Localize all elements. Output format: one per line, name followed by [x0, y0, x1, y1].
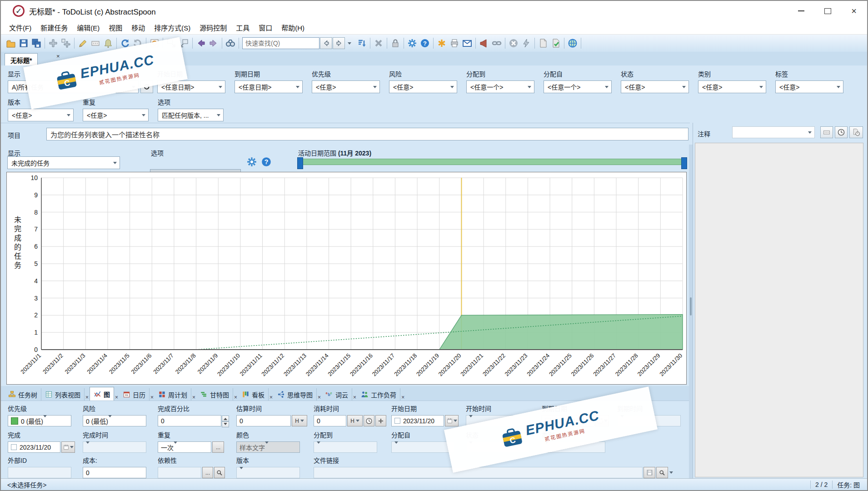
- filter-combo-10[interactable]: <任意>: [775, 80, 843, 93]
- chart-help-button[interactable]: ?: [261, 156, 272, 169]
- 分配自-combo[interactable]: [391, 441, 455, 453]
- filter-combo-7[interactable]: <任意一个>: [544, 80, 612, 93]
- view-tab-8[interactable]: 思维导图: [274, 388, 317, 401]
- 成本:-field[interactable]: 0: [83, 467, 146, 478]
- view-tab-6[interactable]: 甘特图: [196, 388, 233, 401]
- rename-task-icon[interactable]: [90, 37, 101, 49]
- comments-insert-date-button[interactable]: [849, 126, 863, 138]
- filter-row2-combo-3[interactable]: 匹配任何版本, ...: [158, 109, 224, 121]
- comments-text-area[interactable]: [695, 143, 863, 477]
- time-unit-button[interactable]: H: [347, 415, 363, 426]
- 分配到-combo[interactable]: [314, 441, 377, 453]
- view-tab-5[interactable]: 周计划: [155, 388, 191, 401]
- menu-item-1[interactable]: 文件(F): [5, 21, 36, 34]
- menu-item-9[interactable]: 窗口: [254, 21, 277, 34]
- comments-format-combo[interactable]: [732, 126, 815, 138]
- view-tab-close-icon[interactable]: ×: [269, 394, 273, 401]
- priority-combo[interactable]: 0 (最低): [8, 415, 71, 426]
- view-tab-close-icon[interactable]: ×: [150, 394, 154, 401]
- spinner-buttons[interactable]: [222, 416, 229, 427]
- weblink-icon[interactable]: [567, 37, 579, 49]
- 外部ID-field[interactable]: [8, 467, 71, 478]
- maximize-button[interactable]: [814, 1, 841, 21]
- dependency-edit-button[interactable]: ...: [202, 467, 213, 478]
- comments-plaintext-button[interactable]: [820, 126, 833, 138]
- find-prev-button[interactable]: [320, 37, 332, 49]
- cleanup-icon[interactable]: [508, 37, 519, 49]
- dependency-find-button[interactable]: [214, 467, 225, 478]
- menu-item-8[interactable]: 工具: [231, 21, 254, 34]
- quick-find-dropdown[interactable]: [345, 37, 354, 49]
- filter-row2-combo-2[interactable]: <任意>: [83, 109, 149, 121]
- menu-item-3[interactable]: 编辑(E): [72, 21, 104, 34]
- menu-item-5[interactable]: 移动: [127, 21, 150, 34]
- calendar-dropdown-button[interactable]: [61, 441, 75, 453]
- view-tab-close-icon[interactable]: ×: [234, 394, 237, 401]
- lock-icon[interactable]: [389, 37, 401, 49]
- view-tab-close-icon[interactable]: ×: [401, 394, 404, 401]
- dependency-field[interactable]: [158, 467, 201, 478]
- delete-task-icon[interactable]: [373, 37, 384, 49]
- percent-done-field[interactable]: 0: [158, 415, 221, 426]
- filter-combo-5[interactable]: <任意>: [389, 80, 457, 93]
- view-tab-close-icon[interactable]: ×: [318, 394, 321, 401]
- find-next-button[interactable]: [333, 37, 345, 49]
- sort-icon[interactable]: [356, 37, 368, 49]
- view-tab-10[interactable]: 工作负荷: [357, 388, 400, 401]
- time-unit-button[interactable]: H: [292, 415, 307, 426]
- time-spent-field[interactable]: 0: [314, 415, 346, 426]
- filter-row2-combo-1[interactable]: <任意>: [8, 109, 74, 121]
- date-checkbox[interactable]: [394, 418, 400, 424]
- add-time-button[interactable]: [375, 415, 386, 426]
- calendar-dropdown-button[interactable]: [445, 415, 459, 426]
- menu-item-4[interactable]: 视图: [104, 21, 127, 34]
- forward-icon[interactable]: [208, 37, 219, 49]
- recurrence-combo[interactable]: 一次: [158, 441, 211, 453]
- comments-datestamp-button[interactable]: [835, 126, 848, 138]
- color-combo[interactable]: 样本文字: [236, 441, 300, 453]
- save-icon[interactable]: [18, 37, 30, 49]
- filter-combo-3[interactable]: <任意日期>: [234, 80, 303, 93]
- view-tab-close-icon[interactable]: ×: [85, 394, 89, 401]
- view-tab-close-icon[interactable]: ×: [353, 394, 356, 401]
- range-handle-right[interactable]: [681, 157, 687, 169]
- splitter-grip[interactable]: [690, 297, 692, 316]
- view-tab-1[interactable]: 任务树: [5, 388, 41, 401]
- track-time-button[interactable]: [364, 415, 374, 426]
- chevron-down-icon[interactable]: [669, 467, 673, 478]
- print-icon[interactable]: [449, 37, 460, 49]
- view-tab-4[interactable]: 31日历: [119, 388, 150, 401]
- pane-splitter[interactable]: [689, 145, 693, 478]
- tasklist-tab-close-icon[interactable]: ×: [56, 53, 60, 60]
- notes-icon[interactable]: [537, 37, 549, 49]
- help-icon[interactable]: ?: [419, 37, 431, 49]
- file-link-browse-button[interactable]: [644, 467, 655, 478]
- send-tasks-icon[interactable]: [478, 37, 490, 49]
- view-tab-close-icon[interactable]: ×: [115, 394, 118, 401]
- new-subtask-icon[interactable]: [60, 37, 72, 49]
- time-estimate-field[interactable]: 0: [236, 415, 291, 426]
- file-link-field[interactable]: [314, 467, 643, 478]
- minimize-button[interactable]: [788, 1, 814, 21]
- 开始日期-date-field[interactable]: 2023/11/20: [391, 415, 444, 426]
- filter-combo-6[interactable]: <任意一个>: [466, 80, 534, 93]
- view-tab-7[interactable]: 看板: [238, 388, 269, 401]
- save-all-icon[interactable]: [30, 37, 42, 49]
- view-tab-9[interactable]: abc词云: [322, 388, 352, 401]
- file-link-view-button[interactable]: [656, 467, 668, 478]
- filter-combo-9[interactable]: <任意>: [698, 80, 766, 93]
- quick-find-input[interactable]: [242, 37, 319, 49]
- shortcut-icon[interactable]: [520, 37, 532, 49]
- project-name-input[interactable]: 为您的任务列表键入一个描述性名称: [46, 128, 688, 140]
- menu-item-7[interactable]: 源码控制: [195, 21, 231, 34]
- email-icon[interactable]: [461, 37, 473, 49]
- close-button[interactable]: ×: [841, 1, 867, 21]
- menu-item-6[interactable]: 排序方式(S): [150, 21, 195, 34]
- 完成时间-combo[interactable]: [83, 441, 146, 453]
- range-track[interactable]: [302, 159, 683, 165]
- filter-combo-4[interactable]: <任意>: [312, 80, 380, 93]
- preferences-icon[interactable]: [406, 37, 418, 49]
- edit-task-icon[interactable]: [77, 37, 89, 49]
- back-icon[interactable]: [195, 37, 207, 49]
- menu-item-10[interactable]: 帮助(H): [277, 21, 309, 34]
